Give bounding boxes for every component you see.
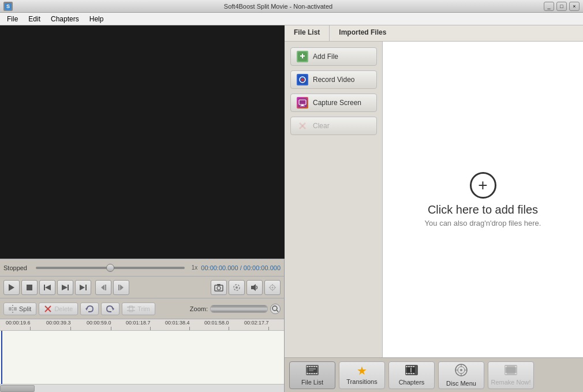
remake-now-tab-icon bbox=[504, 365, 517, 377]
timeline-cursor bbox=[1, 331, 2, 384]
split-button[interactable]: Split bbox=[3, 303, 36, 315]
svg-rect-4 bbox=[44, 285, 45, 290]
svg-marker-12 bbox=[120, 285, 124, 290]
svg-text:S: S bbox=[6, 3, 10, 9]
svg-marker-19 bbox=[251, 284, 256, 291]
playback-status: Stopped bbox=[3, 264, 32, 271]
svg-rect-54 bbox=[316, 366, 317, 367]
imported-files-area[interactable]: + Click here to add files You can also d… bbox=[383, 42, 583, 357]
main-area: Stopped 1x 00:00:00.000 / 00:00:00.000 bbox=[0, 25, 583, 392]
trim-label: Trim bbox=[137, 305, 150, 312]
capture-screen-icon bbox=[297, 97, 308, 109]
svg-marker-2 bbox=[9, 284, 14, 291]
next-frame-button[interactable] bbox=[57, 280, 73, 295]
tab-disc-menu[interactable]: Disc Menu bbox=[438, 361, 484, 389]
svg-rect-16 bbox=[217, 284, 221, 286]
playback-controls bbox=[0, 276, 284, 298]
svg-rect-82 bbox=[505, 366, 507, 367]
svg-rect-6 bbox=[68, 285, 69, 290]
scrollbar-thumb[interactable] bbox=[0, 385, 35, 392]
svg-marker-5 bbox=[45, 285, 51, 290]
undo-button[interactable] bbox=[80, 303, 99, 315]
stop-button[interactable] bbox=[21, 280, 38, 295]
effects-button[interactable] bbox=[264, 280, 281, 295]
svg-rect-65 bbox=[408, 366, 410, 367]
add-file-button[interactable]: Add File bbox=[290, 47, 377, 66]
file-list-content: Add File Record Video bbox=[285, 42, 583, 357]
minimize-button[interactable]: _ bbox=[544, 2, 554, 11]
add-files-circle-icon: + bbox=[470, 172, 496, 199]
next-button[interactable] bbox=[75, 280, 91, 295]
tab-transitions[interactable]: ★ Transitions bbox=[339, 361, 385, 389]
crop-button[interactable] bbox=[229, 280, 245, 295]
menu-edit[interactable]: Edit bbox=[24, 14, 45, 24]
delete-button[interactable]: Delete bbox=[39, 303, 78, 315]
svg-marker-32 bbox=[113, 307, 114, 311]
timeline-scrollbar[interactable] bbox=[0, 384, 284, 392]
record-video-icon bbox=[297, 74, 308, 85]
svg-rect-59 bbox=[316, 373, 317, 374]
snapshot-button[interactable] bbox=[211, 280, 227, 295]
svg-rect-46 bbox=[300, 106, 305, 106]
svg-point-15 bbox=[217, 286, 221, 290]
mark-out-button[interactable] bbox=[113, 280, 129, 295]
tab-chapters-label: Chapters bbox=[399, 379, 425, 386]
imported-files-tab-header: Imported Files bbox=[330, 25, 583, 41]
plus-icon: + bbox=[478, 176, 487, 195]
app-icon: S bbox=[3, 2, 13, 11]
mark-in-button[interactable] bbox=[95, 280, 111, 295]
tab-file-list[interactable]: File List bbox=[289, 361, 335, 389]
speed-slider[interactable] bbox=[36, 267, 185, 269]
transport-buttons bbox=[3, 280, 91, 295]
tab-chapters[interactable]: Chapters bbox=[388, 361, 435, 389]
prev-frame-button[interactable] bbox=[39, 280, 55, 295]
play-button[interactable] bbox=[3, 280, 20, 295]
left-panel: Stopped 1x 00:00:00.000 / 00:00:00.000 bbox=[0, 25, 285, 392]
mark-buttons bbox=[95, 280, 129, 295]
menu-file[interactable]: File bbox=[2, 14, 23, 24]
zoom-label: Zoom: bbox=[190, 305, 208, 312]
clear-button[interactable]: Clear bbox=[290, 117, 377, 135]
window-title: Soft4Boost Split Movie - Non-activated bbox=[13, 3, 544, 10]
redo-button[interactable] bbox=[101, 303, 119, 315]
audio-button[interactable] bbox=[246, 280, 263, 295]
zoom-slider[interactable] bbox=[210, 305, 268, 313]
time-display: 00:00:00.000 / 00:00:00.000 bbox=[201, 264, 281, 271]
speed-thumb[interactable] bbox=[106, 264, 114, 272]
close-button[interactable]: × bbox=[569, 2, 580, 11]
svg-marker-31 bbox=[85, 307, 87, 311]
ruler-tick-2: 00:00:59.0 bbox=[87, 320, 111, 326]
svg-point-18 bbox=[236, 286, 238, 289]
svg-rect-61 bbox=[309, 368, 316, 369]
add-files-title: Click here to add files bbox=[428, 203, 538, 216]
add-file-icon bbox=[297, 51, 308, 62]
svg-rect-62 bbox=[309, 370, 313, 371]
capture-screen-button[interactable]: Capture Screen bbox=[290, 94, 377, 112]
tab-remake-now[interactable]: Remake Now! bbox=[488, 361, 534, 389]
svg-rect-67 bbox=[413, 366, 414, 367]
menu-chapters[interactable]: Chapters bbox=[46, 14, 84, 24]
window-controls[interactable]: _ □ × bbox=[544, 2, 580, 11]
record-video-button[interactable]: Record Video bbox=[290, 70, 377, 89]
svg-rect-84 bbox=[505, 373, 507, 374]
trim-button[interactable]: Trim bbox=[122, 303, 155, 315]
svg-rect-55 bbox=[307, 373, 308, 374]
svg-rect-56 bbox=[309, 373, 311, 374]
svg-marker-8 bbox=[80, 285, 85, 290]
disc-menu-tab-icon bbox=[455, 364, 468, 378]
bottom-tabs: File List ★ Transitions bbox=[285, 357, 583, 392]
menu-help[interactable]: Help bbox=[85, 14, 109, 24]
maximize-button[interactable]: □ bbox=[556, 2, 567, 11]
svg-rect-9 bbox=[85, 285, 87, 290]
ruler-tick-0: 00:00:19.6 bbox=[6, 320, 31, 326]
svg-point-21 bbox=[272, 286, 274, 288]
zoom-search-icon[interactable] bbox=[270, 304, 281, 314]
titlebar: S Soft4Boost Split Movie - Non-activated… bbox=[0, 0, 583, 13]
file-action-buttons: Add File Record Video bbox=[285, 42, 383, 357]
chapters-tab-icon bbox=[405, 365, 418, 377]
timeline-track[interactable] bbox=[0, 330, 284, 384]
svg-rect-64 bbox=[406, 366, 408, 367]
svg-rect-83 bbox=[515, 366, 517, 367]
svg-point-42 bbox=[301, 79, 304, 81]
capture-screen-label: Capture Screen bbox=[313, 99, 361, 107]
